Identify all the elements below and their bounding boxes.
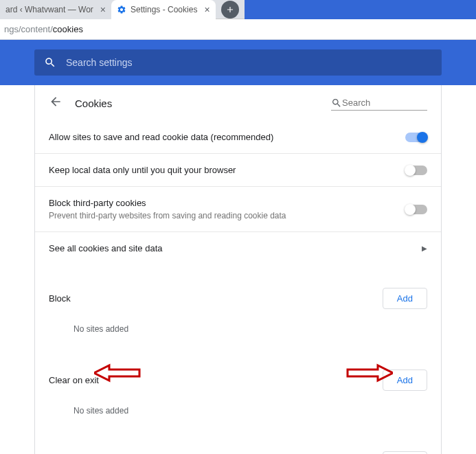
clear-on-exit-empty: No sites added [35,398,441,428]
tab-label: ard ‹ Whatvwant — Wor [5,5,93,14]
setting-see-all[interactable]: See all cookies and site data ▶ [35,231,441,264]
section-title: Clear on exit [49,375,99,385]
settings-search-bar[interactable] [34,49,442,76]
toggle-block-third[interactable] [405,205,427,214]
new-tab-button[interactable] [221,1,239,19]
add-block-button[interactable]: Add [383,288,427,309]
setting-block-third[interactable]: Block third-party cookies Prevent third-… [35,186,441,231]
search-icon [44,56,56,69]
gear-icon [117,5,126,14]
section-block-header: Block Add [35,274,441,316]
content-card: Cookies Allow sites to save and read coo… [34,85,442,454]
chevron-right-icon: ▶ [422,245,427,252]
settings-banner [0,40,476,85]
page-title: Cookies [75,98,331,109]
tab-inactive[interactable]: ard ‹ Whatvwant — Wor × [0,0,111,19]
setting-keep-local[interactable]: Keep local data only until you quit your… [35,153,441,186]
setting-allow-save[interactable]: Allow sites to save and read cookie data… [35,121,441,153]
setting-label: See all cookies and site data [49,243,163,253]
tab-strip-filler [245,0,476,19]
browser-tabs: ard ‹ Whatvwant — Wor × Settings - Cooki… [0,0,476,19]
add-clear-on-exit-button[interactable]: Add [383,370,427,391]
section-clear-on-exit-header: Clear on exit Add [35,356,441,398]
section-title: Block [49,293,71,304]
url-bold: cookies [53,24,83,34]
block-empty: No sites added [35,316,441,346]
setting-label: Allow sites to save and read cookie data… [49,132,273,142]
back-arrow-icon[interactable] [49,95,63,111]
toggle-allow-save[interactable] [405,133,427,142]
svg-marker-0 [94,365,139,381]
search-icon [331,98,342,109]
close-icon[interactable]: × [100,4,106,15]
in-page-search-input[interactable] [342,98,418,108]
page-header: Cookies [35,85,441,121]
tab-active[interactable]: Settings - Cookies × [111,0,216,19]
close-icon[interactable]: × [204,4,209,15]
setting-sublabel: Prevent third-party websites from saving… [49,211,286,220]
address-bar[interactable]: ngs/content/cookies [0,19,476,40]
setting-label: Keep local data only until you quit your… [49,165,236,175]
section-allow-header: Allow Add [35,438,441,454]
tab-label: Settings - Cookies [131,5,197,14]
toggle-keep-local[interactable] [405,166,427,175]
url-dim: ngs/content/ [4,24,53,34]
add-allow-button[interactable]: Add [383,451,427,454]
settings-search-input[interactable] [66,57,432,68]
in-page-search[interactable] [331,96,427,111]
setting-label: Block third-party cookies [49,198,286,208]
annotation-arrow-left [94,363,142,383]
